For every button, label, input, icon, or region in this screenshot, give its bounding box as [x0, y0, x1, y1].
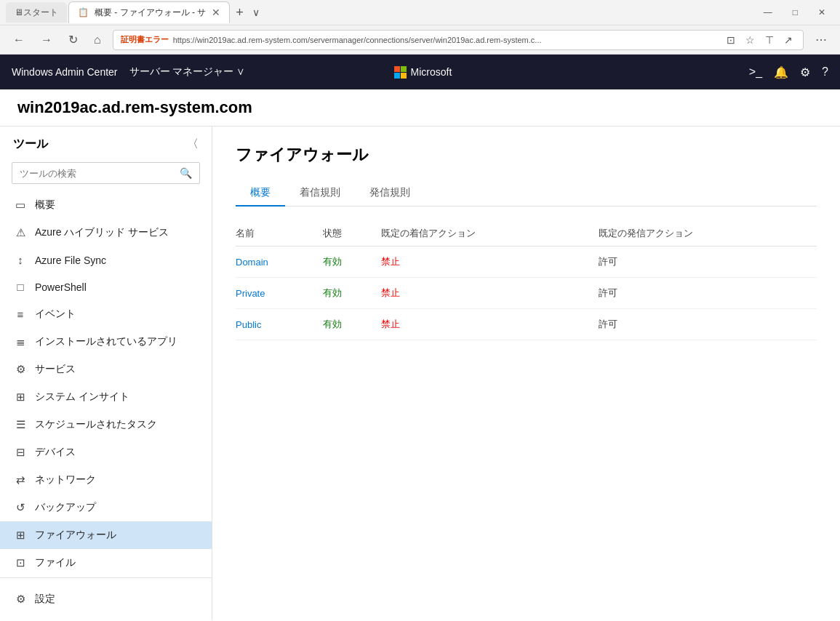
browser-addressbar: ← → ↻ ⌂ 証明書エラー https://win2019ac.ad.rem-…: [0, 25, 840, 55]
ms-red-square: [394, 66, 400, 72]
tab-more-button[interactable]: ∨: [248, 7, 264, 18]
tab-inbound[interactable]: 着信規則: [285, 180, 355, 207]
firewall-status-0: 有効: [323, 247, 381, 278]
favorites-icon[interactable]: ☆: [743, 33, 758, 47]
tab-close-icon[interactable]: ✕: [212, 7, 220, 17]
browser-tab-inactive[interactable]: 🖥 スタート: [6, 2, 67, 23]
devices-icon: ⊟: [13, 446, 28, 459]
address-icons: ⊡ ☆ ⊤ ↗: [724, 33, 796, 47]
events-icon: ≡: [13, 308, 28, 321]
home-button[interactable]: ⌂: [89, 31, 105, 49]
sidebar-item-installed-apps[interactable]: ≣ インストールされているアプリ: [0, 328, 212, 356]
sidebar-item-powershell[interactable]: □ PowerShell: [0, 273, 212, 300]
sidebar-header: ツール 〈: [0, 127, 212, 162]
powershell-icon: □: [13, 281, 28, 293]
table-row: Private 有効 禁止 許可: [236, 278, 817, 309]
help-icon[interactable]: ?: [822, 65, 828, 79]
sidebar-item-events[interactable]: ≡ イベント: [0, 300, 212, 328]
firewall-title: ファイアウォール: [236, 144, 817, 166]
main-layout: ツール 〈 🔍 ▭ 概要 ⚠ Azure ハイブリッド サービス ↕ Azure…: [0, 127, 840, 620]
col-header-name: 名前: [236, 221, 323, 247]
sidebar-item-files[interactable]: ⊡ ファイル: [0, 549, 212, 577]
back-button[interactable]: ←: [9, 31, 29, 49]
sidebar-item-label-events: イベント: [35, 308, 76, 321]
reader-icon[interactable]: ⊡: [724, 33, 738, 47]
sidebar-collapse-button[interactable]: 〈: [187, 137, 199, 152]
tab-active-label: 概要 - ファイアウォール - サ: [95, 7, 206, 19]
firewall-tabs: 概要着信規則発信規則: [236, 180, 817, 207]
forward-button[interactable]: →: [36, 31, 57, 49]
tab-add-button[interactable]: +: [231, 5, 248, 20]
browser-tabs: 🖥 スタート 📋 概要 - ファイアウォール - サ ✕ + ∨: [6, 0, 755, 25]
server-hostname: win2019ac.ad.rem-system.com: [17, 98, 823, 117]
bell-icon[interactable]: 🔔: [774, 65, 788, 79]
gear-icon[interactable]: ⚙: [800, 65, 810, 79]
cert-error-label: 証明書エラー: [121, 34, 169, 45]
tab-outbound[interactable]: 発信規則: [355, 180, 425, 207]
sidebar-item-backup[interactable]: ↺ バックアップ: [0, 494, 212, 521]
ms-green-square: [401, 66, 407, 72]
address-bar[interactable]: 証明書エラー https://win2019ac.ad.rem-system.c…: [113, 30, 804, 50]
backup-icon: ↺: [13, 501, 28, 514]
scheduled-tasks-icon: ☰: [13, 418, 28, 431]
files-icon: ⊡: [13, 556, 28, 569]
tab-inactive-label: スタート: [23, 7, 58, 19]
firewall-name-1[interactable]: Private: [236, 278, 323, 309]
col-header-inbound_action: 既定の着信アクション: [381, 221, 599, 247]
search-button[interactable]: 🔍: [172, 163, 199, 183]
close-button[interactable]: ✕: [809, 4, 834, 20]
firewall-inbound-2: 禁止: [381, 309, 599, 340]
sidebar-item-azure-hybrid[interactable]: ⚠ Azure ハイブリッド サービス: [0, 219, 212, 247]
sidebar-item-overview[interactable]: ▭ 概要: [0, 191, 212, 219]
sidebar-item-azure-file-sync[interactable]: ↕ Azure File Sync: [0, 247, 212, 273]
sidebar-item-label-files: ファイル: [35, 556, 76, 569]
sidebar: ツール 〈 🔍 ▭ 概要 ⚠ Azure ハイブリッド サービス ↕ Azure…: [0, 127, 212, 620]
ms-yellow-square: [401, 73, 407, 79]
firewall-icon: ⊞: [13, 529, 28, 542]
terminal-icon[interactable]: >_: [749, 65, 762, 79]
firewall-status-1: 有効: [323, 278, 381, 309]
server-manager-button[interactable]: サーバー マネージャー ∨: [129, 65, 246, 79]
sidebar-footer: ⚙ 設定: [0, 577, 212, 620]
azure-file-sync-icon: ↕: [13, 254, 28, 266]
firewall-inbound-0: 禁止: [381, 247, 599, 278]
window-controls: — □ ✕: [755, 4, 834, 20]
azure-hybrid-icon: ⚠: [13, 226, 28, 239]
firewall-outbound-0: 許可: [599, 247, 817, 278]
maximize-button[interactable]: □: [784, 4, 807, 20]
sidebar-item-services[interactable]: ⚙ サービス: [0, 356, 212, 383]
browser-tab-active[interactable]: 📋 概要 - ファイアウォール - サ ✕: [68, 1, 230, 23]
ms-grid-icon: [394, 66, 407, 79]
server-title-bar: win2019ac.ad.rem-system.com: [0, 89, 840, 127]
services-icon: ⚙: [13, 363, 28, 376]
sidebar-item-devices[interactable]: ⊟ デバイス: [0, 438, 212, 466]
sidebar-item-label-devices: デバイス: [35, 446, 76, 459]
sidebar-item-network[interactable]: ⇄ ネットワーク: [0, 466, 212, 494]
sidebar-item-label-firewall: ファイアウォール: [35, 529, 116, 542]
sidebar-item-label-services: サービス: [35, 363, 76, 376]
sidebar-scroll-area: ▭ 概要 ⚠ Azure ハイブリッド サービス ↕ Azure File Sy…: [0, 191, 212, 577]
system-insight-icon: ⊞: [13, 390, 28, 404]
firewall-name-2[interactable]: Public: [236, 309, 323, 340]
minimize-button[interactable]: —: [755, 4, 781, 20]
tab-overview[interactable]: 概要: [236, 180, 285, 207]
firewall-status-2: 有効: [323, 309, 381, 340]
search-input[interactable]: [12, 164, 172, 183]
browser-menu-button[interactable]: ⋯: [811, 30, 831, 49]
overview-icon: ▭: [13, 199, 28, 212]
refresh-button[interactable]: ↻: [64, 30, 82, 49]
collections-icon[interactable]: ⊤: [762, 33, 777, 47]
sidebar-footer-item-settings[interactable]: ⚙ 設定: [0, 585, 212, 613]
firewall-inbound-1: 禁止: [381, 278, 599, 309]
table-row: Domain 有効 禁止 許可: [236, 247, 817, 278]
firewall-name-0[interactable]: Domain: [236, 247, 323, 278]
col-header-status: 状態: [323, 221, 381, 247]
firewall-outbound-2: 許可: [599, 309, 817, 340]
sidebar-item-label-azure-hybrid: Azure ハイブリッド サービス: [35, 226, 169, 239]
table-row: Public 有効 禁止 許可: [236, 309, 817, 340]
sidebar-item-system-insight[interactable]: ⊞ システム インサイト: [0, 383, 212, 411]
sidebar-item-firewall[interactable]: ⊞ ファイアウォール: [0, 521, 212, 549]
sidebar-item-label-backup: バックアップ: [35, 501, 96, 514]
share-icon[interactable]: ↗: [781, 33, 796, 47]
sidebar-item-scheduled-tasks[interactable]: ☰ スケジュールされたタスク: [0, 411, 212, 438]
